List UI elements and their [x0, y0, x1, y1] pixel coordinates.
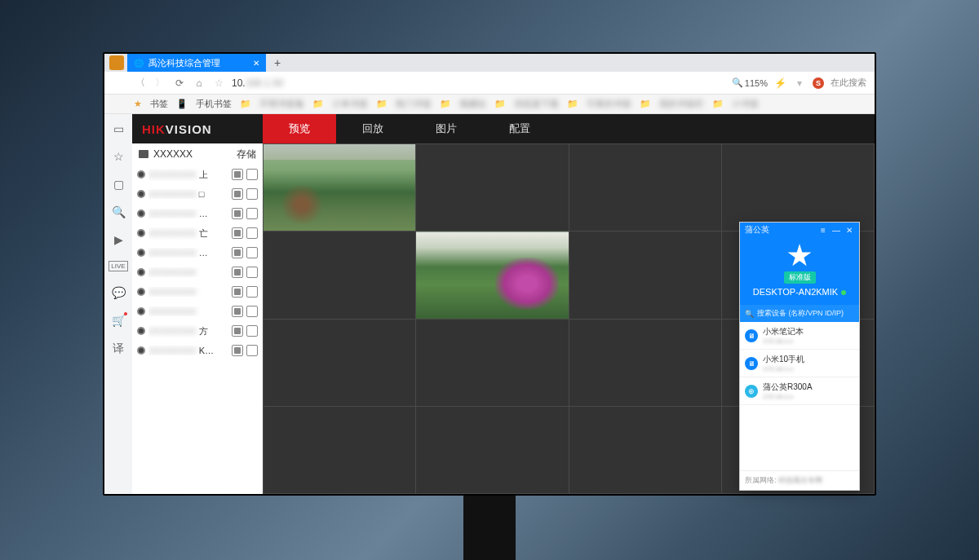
tab-preview[interactable]: 预览 — [263, 114, 336, 143]
camera-snapshot-icon[interactable] — [246, 208, 258, 219]
book-rail-icon[interactable]: ▢ — [113, 178, 124, 191]
camera-snapshot-icon[interactable] — [246, 345, 258, 356]
pgy-device-item[interactable]: 🖥小米10手机172.16.x.x — [740, 350, 859, 377]
video-tile[interactable] — [569, 144, 721, 231]
video-tile[interactable] — [264, 231, 416, 319]
bookmark-mobile-label[interactable]: 手机书签 — [196, 98, 232, 110]
camera-row[interactable]: XXXXXXXX 亡 — [132, 223, 263, 243]
camera-row[interactable]: XXXXXXXX … — [132, 204, 263, 223]
camera-row[interactable]: XXXXXXXX — [132, 282, 263, 302]
translate-rail-icon[interactable]: 译 — [113, 342, 124, 356]
camera-row[interactable]: XXXXXXXX □ — [132, 184, 263, 204]
camera-record-icon[interactable] — [232, 188, 243, 200]
camera-record-icon[interactable] — [232, 267, 243, 278]
camera-row[interactable]: XXXXXXXX 上 — [132, 165, 263, 184]
camera-record-icon[interactable] — [232, 345, 243, 356]
folder-icon[interactable]: 📁 — [440, 99, 451, 109]
camera-row[interactable]: XXXXXXXX — [132, 262, 263, 282]
pgy-close-icon[interactable]: ✕ — [844, 226, 854, 235]
mobile-bookmark-icon[interactable]: 📱 — [176, 99, 188, 109]
camera-snapshot-icon[interactable] — [246, 306, 258, 317]
folder-icon[interactable]: 📁 — [712, 99, 724, 109]
camera-row[interactable]: XXXXXXXX K… — [132, 341, 263, 360]
search-hint[interactable]: 在此搜索 — [831, 77, 866, 89]
video-tile[interactable] — [264, 406, 416, 493]
camera-snapshot-icon[interactable] — [246, 286, 258, 298]
camera-snapshot-icon[interactable] — [246, 227, 258, 239]
pgy-device-item[interactable]: 🖥小米笔记本172.16.x.x — [740, 322, 859, 350]
video-tile[interactable] — [416, 406, 569, 493]
camera-record-icon[interactable] — [232, 247, 243, 258]
forward-button[interactable]: 〉 — [153, 76, 166, 90]
camera-row[interactable]: XXXXXXXX 方 — [132, 321, 263, 341]
folder-icon[interactable]: 📁 — [494, 99, 506, 109]
live-rail-icon[interactable]: LIVE — [109, 261, 127, 271]
bookmark-label[interactable]: 书签 — [150, 98, 168, 110]
video-tile[interactable] — [416, 144, 569, 231]
close-tab-icon[interactable]: ✕ — [253, 59, 259, 68]
tab-picture[interactable]: 图片 — [410, 114, 483, 143]
folder-icon[interactable]: 📁 — [240, 99, 251, 109]
bookmark-folder-blur[interactable]: 视频站 — [459, 98, 486, 110]
favorite-button[interactable]: ☆ — [212, 77, 225, 89]
video-tile[interactable] — [721, 144, 874, 231]
pgy-titlebar[interactable]: 蒲公英 ≡ — ✕ — [740, 223, 859, 237]
video-tile[interactable] — [264, 319, 416, 406]
folder-icon[interactable]: 📁 — [312, 99, 324, 109]
chat-rail-icon[interactable]: 💬 — [112, 286, 126, 299]
camera-snapshot-icon[interactable] — [246, 169, 258, 180]
pgy-search[interactable]: 🔍 搜索设备 (名称/VPN ID/IP) — [740, 305, 859, 322]
bookmark-rail-icon[interactable]: ▭ — [113, 122, 124, 135]
cart-rail-icon[interactable]: 🛒 — [112, 314, 126, 327]
tab-config[interactable]: 配置 — [483, 114, 556, 143]
camera-record-icon[interactable] — [232, 325, 243, 337]
folder-icon[interactable]: 📁 — [640, 99, 651, 109]
video-tile[interactable] — [569, 406, 721, 493]
camera-record-icon[interactable] — [232, 208, 243, 219]
bookmark-folder-blur[interactable]: 可靠的书签 — [587, 98, 631, 110]
video-tile[interactable] — [569, 319, 721, 406]
camera-row[interactable]: XXXXXXXX … — [132, 243, 263, 262]
folder-icon[interactable]: 📁 — [567, 99, 578, 109]
video-rail-icon[interactable]: ▶ — [114, 233, 123, 246]
video-tile-1[interactable] — [264, 144, 416, 231]
zoom-indicator[interactable]: 🔍 115% — [732, 77, 768, 88]
home-button[interactable]: ⌂ — [193, 77, 206, 89]
nvr-header[interactable]: XXXXXX 存储 — [132, 143, 263, 165]
video-tile-2[interactable] — [416, 231, 569, 319]
reload-button[interactable]: ⟳ — [173, 77, 186, 89]
tab-playback[interactable]: 回放 — [336, 114, 410, 143]
lightning-icon[interactable]: ⚡ — [774, 77, 786, 89]
pgy-minimize-icon[interactable]: — — [831, 226, 841, 235]
video-tile[interactable] — [416, 319, 569, 406]
video-tile[interactable] — [569, 231, 721, 319]
address-bar[interactable]: 10.168.1.50 — [232, 77, 725, 89]
pgy-menu-icon[interactable]: ≡ — [818, 226, 828, 235]
camera-snapshot-icon[interactable] — [246, 267, 258, 278]
bookmark-folder-blur[interactable]: 小书签 — [732, 98, 759, 110]
browser-tab-active[interactable]: 🌐 禹沦科技综合管理 ✕ — [127, 54, 266, 72]
folder-icon[interactable]: 📁 — [376, 99, 388, 109]
camera-snapshot-icon[interactable] — [246, 247, 258, 258]
bookmark-folder-blur[interactable]: 我的书签栏 — [659, 98, 704, 110]
camera-record-icon[interactable] — [232, 306, 243, 317]
search-rail-icon[interactable]: 🔍 — [112, 205, 126, 218]
camera-record-icon[interactable] — [232, 286, 243, 298]
back-button[interactable]: 〈 — [134, 76, 147, 90]
bookmark-folder-blur[interactable]: 浏览器下载 — [514, 98, 559, 110]
camera-row[interactable]: XXXXXXXX — [132, 302, 263, 321]
camera-snapshot-icon[interactable] — [246, 325, 258, 337]
star-rail-icon[interactable]: ☆ — [113, 150, 124, 163]
camera-record-icon[interactable] — [232, 227, 243, 239]
app-icon-taskbar[interactable] — [109, 55, 124, 70]
new-tab-button[interactable]: + — [266, 54, 289, 72]
pgy-device-item[interactable]: ⊕蒲公英R300A172.16.x.x — [740, 377, 859, 405]
bookmark-folder-blur[interactable]: 小米书签 — [332, 98, 368, 110]
sogou-icon[interactable]: S — [813, 77, 824, 89]
bookmark-folder-blur[interactable]: 不明书签集 — [259, 98, 304, 110]
dropdown-icon[interactable]: ▾ — [793, 77, 806, 89]
pgy-app-window[interactable]: 蒲公英 ≡ — ✕ 标准版 DESKTOP-AN2KMIK 🔍 搜索设备 (名称… — [739, 222, 860, 491]
bookmark-folder-blur[interactable]: 热门书签 — [396, 98, 432, 110]
camera-snapshot-icon[interactable] — [246, 188, 258, 200]
camera-record-icon[interactable] — [232, 169, 243, 180]
